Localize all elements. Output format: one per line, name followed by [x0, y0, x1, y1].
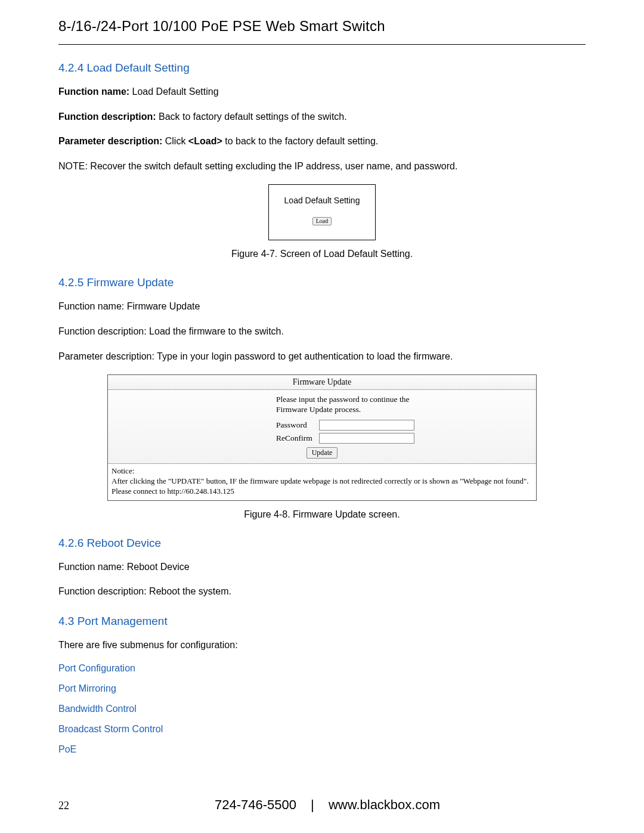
reconfirm-input[interactable] [319, 433, 414, 444]
figure-4-7-caption: Figure 4-7. Screen of Load Default Setti… [58, 249, 586, 259]
link-poe[interactable]: PoE [58, 744, 586, 755]
password-row: Password [108, 419, 536, 432]
page-number: 22 [58, 800, 69, 812]
firmware-update-notice: Notice: After clicking the "UPDATE" butt… [108, 464, 536, 500]
update-button[interactable]: Update [306, 447, 338, 459]
figure-4-8: Firmware Update Please input the passwor… [58, 374, 586, 500]
heading-4-2-5: 4.2.5 Firmware Update [58, 276, 586, 289]
heading-4-3: 4.3 Port Management [58, 615, 586, 628]
load-default-title: Load Default Setting [284, 196, 360, 205]
link-bandwidth-control[interactable]: Bandwidth Control [58, 704, 586, 714]
reconfirm-row: ReConfirm [108, 432, 536, 445]
footer-phone: 724-746-5500 [215, 797, 296, 812]
figure-4-7: Load Default Setting Load [58, 184, 586, 240]
para-function-name-424: Function name: Load Default Setting [58, 85, 586, 98]
firmware-update-body: Please input the password to continue th… [108, 390, 536, 464]
password-input[interactable] [319, 420, 414, 431]
notice-head: Notice: [112, 466, 532, 476]
notice-tail: Please connect to http://60.248.143.125 [112, 487, 532, 497]
para-function-desc-425: Function description: Load the firmware … [58, 325, 586, 338]
value-function-desc: Back to factory default settings of the … [156, 112, 347, 122]
footer-contact: 724-746-5500 | www.blackbox.com [69, 797, 586, 813]
figure-4-8-caption: Figure 4-8. Firmware Update screen. [58, 509, 586, 520]
document-title: 8-/16-/24-Port 10/100 PoE PSE Web Smart … [58, 18, 586, 35]
heading-4-2-4: 4.2.4 Load Default Setting [58, 61, 586, 75]
firmware-update-title: Firmware Update [108, 375, 536, 390]
text-c: to back to the factory default setting. [222, 136, 378, 146]
label-param-desc: Parameter description: [58, 136, 162, 146]
password-label: Password [276, 420, 314, 430]
instr-line-2: Firmware Update process. [276, 405, 536, 415]
footer-divider: | [311, 797, 314, 812]
value-function-name: Load Default Setting [129, 86, 218, 97]
load-default-panel: Load Default Setting Load [268, 184, 376, 240]
instr-line-1: Please input the password to continue th… [276, 395, 536, 405]
para-function-name-426: Function name: Reboot Device [58, 561, 586, 574]
text-load-token: <Load> [188, 136, 222, 146]
link-broadcast-storm-control[interactable]: Broadcast Storm Control [58, 724, 586, 735]
text-a: Click [162, 136, 188, 146]
page-footer: 22 724-746-5500 | www.blackbox.com [58, 797, 586, 813]
firmware-update-panel: Firmware Update Please input the passwor… [107, 374, 537, 500]
reconfirm-label: ReConfirm [276, 433, 314, 443]
para-function-desc-424: Function description: Back to factory de… [58, 110, 586, 123]
notice-body: After clicking the "UPDATE" button, IF t… [112, 476, 532, 487]
footer-url: www.blackbox.com [329, 797, 440, 812]
para-param-desc-425: Parameter description: Type in your logi… [58, 350, 586, 363]
link-port-mirroring[interactable]: Port Mirroring [58, 683, 586, 694]
header-rule [58, 44, 586, 45]
para-function-name-425: Function name: Firmware Update [58, 300, 586, 313]
link-port-configuration[interactable]: Port Configuration [58, 663, 586, 674]
label-function-name: Function name: [58, 86, 129, 97]
firmware-update-instruction: Please input the password to continue th… [108, 395, 536, 419]
heading-4-2-6: 4.2.6 Reboot Device [58, 537, 586, 550]
load-button[interactable]: Load [312, 217, 332, 225]
para-submenus-intro: There are five submenus for configuratio… [58, 639, 586, 652]
para-note-424: NOTE: Recover the switch default setting… [58, 160, 586, 173]
para-param-desc-424: Parameter description: Click <Load> to b… [58, 135, 586, 148]
label-function-desc: Function description: [58, 112, 156, 122]
para-function-desc-426: Function description: Reboot the system. [58, 585, 586, 598]
